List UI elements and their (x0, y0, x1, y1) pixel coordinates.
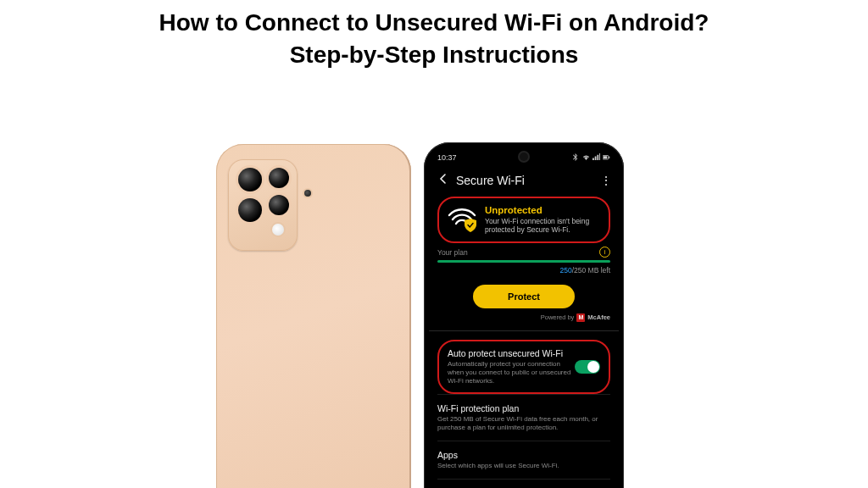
auto-protect-subtitle: Automatically protect your connection wh… (448, 360, 575, 385)
powered-by-label: Powered by M McAfee (437, 313, 610, 322)
auto-protect-toggle[interactable] (575, 360, 600, 374)
svg-rect-2 (609, 156, 609, 158)
wifi-shield-icon (448, 208, 476, 230)
row-subtitle: Get 250 MB of Secure Wi-Fi data free eac… (437, 415, 610, 432)
phone-front-mockup: 10:37 (424, 142, 624, 488)
unprotected-subtitle: Your Wi-Fi connection isn't being protec… (485, 217, 600, 235)
unprotected-status-card: Unprotected Your Wi-Fi connection isn't … (437, 197, 610, 243)
divider (429, 330, 619, 331)
camera-module (228, 159, 298, 251)
more-options-icon[interactable]: ⋮ (600, 178, 612, 183)
row-title: Apps (437, 450, 610, 460)
protect-button[interactable]: Protect (473, 285, 575, 308)
camera-lens-icon (269, 168, 289, 188)
mcafee-logo-icon: M (576, 313, 585, 322)
auto-protect-row[interactable]: Auto protect unsecured Wi-Fi Automatical… (437, 340, 610, 394)
signal-icon (593, 153, 600, 161)
row-title: Wi-Fi protection plan (437, 403, 610, 413)
plan-usage-text: 250/250 MB left (437, 266, 610, 274)
phone-brand-label: SAMSUNG (216, 485, 411, 488)
camera-mic-icon (304, 190, 311, 197)
plan-usage-bar (437, 260, 610, 263)
article-title: How to Connect to Unsecured Wi-Fi on And… (0, 0, 868, 71)
app-title: Secure Wi-Fi (456, 174, 525, 187)
phone-back-mockup: SAMSUNG (216, 144, 411, 488)
title-line-2: Step-by-Step Instructions (290, 42, 579, 68)
wifi-protection-plan-row[interactable]: Wi-Fi protection plan Get 250 MB of Secu… (437, 394, 610, 441)
camera-lens-icon (238, 198, 262, 222)
unprotected-title: Unprotected (485, 205, 600, 215)
title-line-1: How to Connect to Unsecured Wi-Fi on And… (159, 9, 709, 36)
front-camera-notch-icon (520, 152, 528, 161)
wifi-icon (582, 153, 590, 161)
info-icon[interactable]: i (599, 247, 610, 258)
camera-lens-icon (269, 195, 289, 215)
battery-icon (603, 153, 610, 161)
row-subtitle: Select which apps will use Secure Wi-Fi. (437, 462, 610, 470)
svg-rect-1 (604, 156, 608, 158)
history-row[interactable]: History Check your Secure Wi-Fi connecti… (437, 479, 610, 488)
auto-protect-title: Auto protect unsecured Wi-Fi (448, 348, 600, 358)
camera-flash-icon (272, 224, 284, 236)
status-time: 10:37 (437, 153, 457, 162)
back-icon[interactable] (436, 173, 451, 188)
camera-lens-icon (238, 168, 262, 191)
bluetooth-icon (572, 153, 580, 161)
apps-row[interactable]: Apps Select which apps will use Secure W… (437, 441, 610, 479)
plan-label: Your plan (437, 248, 468, 257)
